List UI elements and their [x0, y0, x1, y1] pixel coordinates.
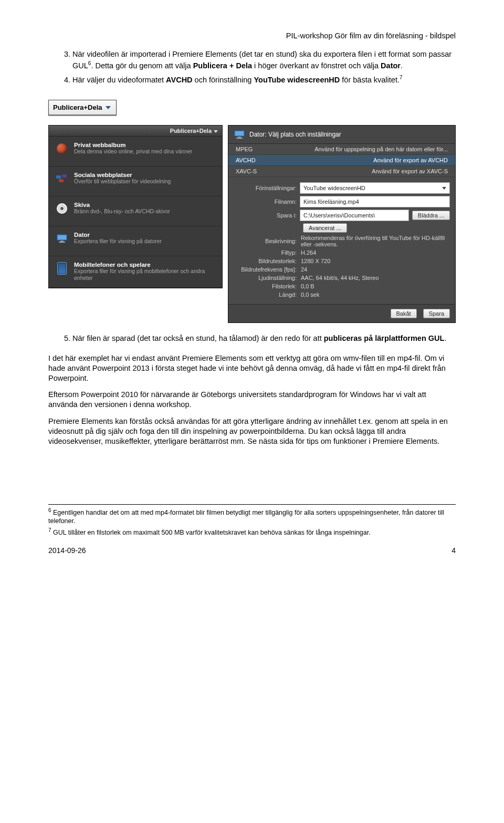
menu-item-subtitle: Bränn dvd-, Blu-ray- och AVCHD-skivor: [74, 208, 170, 215]
step-4-bold2: YouTube widescreenHD: [254, 76, 340, 84]
svg-rect-0: [56, 175, 61, 179]
step-3: När videofilen är importerad i Premiere …: [72, 49, 456, 71]
menu-item-private-web[interactable]: Privat webbalbum Dela denna video online…: [49, 137, 222, 166]
svg-rect-8: [235, 131, 244, 136]
format-name: MPEG: [236, 146, 253, 152]
length-value: 0,0 sek: [300, 291, 450, 298]
svg-rect-1: [62, 174, 67, 178]
framesize-value: 1280 X 720: [300, 258, 450, 264]
step-5: När filen är sparad (det tar också en st…: [72, 334, 456, 344]
back-button[interactable]: Bakåt: [391, 309, 417, 318]
filename-label: Filnamn:: [234, 199, 300, 205]
menu-item-title: Privat webbalbum: [74, 142, 192, 148]
export-panel-header-text: Dator: Välj plats och inställningar: [249, 131, 341, 138]
step-4-text-a: Här väljer du videoformatet: [72, 76, 166, 84]
chevron-down-icon: [106, 106, 111, 109]
publish-share-menu-header-label: Publicera+Dela: [170, 128, 212, 134]
instruction-list: När videofilen är importerad i Premiere …: [48, 49, 456, 85]
filesize-label: Filstorlek:: [234, 283, 300, 289]
framesize-label: Bildrutestorlek:: [234, 258, 300, 264]
footnote-text-7: GUL tillåter en filstorlek om maximalt 5…: [51, 529, 371, 536]
publish-share-tab-screenshot: Publicera+Dela: [48, 100, 117, 116]
browse-button[interactable]: Bläddra ...: [412, 211, 450, 220]
step-5-bold: publiceras på lärplattformen GUL: [324, 334, 445, 342]
menu-item-mobile[interactable]: Mobiltelefoner och spelare Exportera fil…: [49, 256, 222, 287]
step-5-text-a: När filen är sparad (det tar också en st…: [72, 334, 324, 342]
format-row-xavcs[interactable]: XAVC-S Använd för export av XAVC-S: [228, 166, 455, 177]
footnote-7: 7 GUL tillåter en filstorlek om maximalt…: [48, 527, 456, 537]
menu-item-subtitle: Dela denna video online, privat med dina…: [74, 148, 192, 155]
format-desc: Använd för export av AVCHD: [373, 157, 448, 163]
monitor-icon: [234, 130, 245, 139]
advanced-button[interactable]: Avancerat ...: [303, 223, 347, 233]
phone-icon: [57, 262, 67, 275]
savein-input[interactable]: C:\Users\xerisv\Documents\: [300, 210, 409, 221]
save-button[interactable]: Spara: [423, 309, 450, 318]
preset-value: YouTube widescreenHD: [303, 185, 365, 191]
format-list: MPEG Använd för uppspelning på den här d…: [228, 144, 455, 177]
screenshot-row: Publicera+Dela Privat webbalbum Dela den…: [48, 125, 456, 323]
desc-label: Beskrivning:: [234, 238, 300, 244]
footnote-ref-7: 7: [400, 75, 403, 80]
desc-value: Rekommenderas för överföring till YouTub…: [300, 235, 450, 247]
chevron-down-icon: [214, 130, 218, 133]
paragraph-2: Eftersom Powerpoint 2010 för närvarande …: [48, 390, 456, 410]
menu-item-disc[interactable]: Skiva Bränn dvd-, Blu-ray- och AVCHD-ski…: [49, 196, 222, 226]
step-3-bold1: Publicera + Dela: [193, 61, 252, 69]
menu-item-title: Skiva: [74, 202, 170, 208]
menu-item-title: Mobiltelefoner och spelare: [74, 262, 216, 268]
monitor-icon: [56, 234, 68, 243]
export-settings-panel: Dator: Välj plats och inställningar MPEG…: [228, 125, 456, 323]
preset-dropdown[interactable]: YouTube widescreenHD: [300, 182, 450, 194]
publish-share-menu-header[interactable]: Publicera+Dela: [49, 126, 222, 137]
format-desc: Använd för uppspelning på den här datorn…: [314, 146, 448, 152]
footer-page: 4: [452, 546, 456, 555]
step-3-text-d: .: [401, 61, 403, 69]
format-row-mpeg[interactable]: MPEG Använd för uppspelning på den här d…: [228, 144, 455, 155]
audio-label: Ljudinställning:: [234, 275, 300, 281]
framerate-value: 24: [300, 266, 450, 273]
audio-value: AAC, 64 kbit/s, 44 kHz, Stereo: [300, 275, 450, 281]
menu-item-subtitle: Överför till webbplatser för videodelnin…: [74, 178, 171, 185]
format-name: AVCHD: [236, 157, 256, 163]
publish-share-menu: Publicera+Dela Privat webbalbum Dela den…: [48, 125, 223, 288]
filename-input[interactable]: Kims föreläsning.mp4: [300, 196, 450, 207]
format-desc: Använd för export av XAVC-S: [372, 168, 448, 174]
filename-value: Kims föreläsning.mp4: [303, 199, 359, 205]
svg-rect-9: [238, 137, 241, 138]
format-row-avchd[interactable]: AVCHD Använd för export av AVCHD: [228, 155, 455, 166]
svg-rect-6: [59, 242, 65, 243]
step-4-text-c: för bästa kvalitet.: [340, 76, 400, 84]
filetype-value: H.264: [300, 249, 450, 256]
paragraph-3: Premiere Elements kan förstås också anvä…: [48, 416, 456, 446]
export-form: Förinställningar: YouTube widescreenHD F…: [228, 177, 455, 304]
step-4: Här väljer du videoformatet AVCHD och fö…: [72, 74, 456, 85]
length-label: Längd:: [234, 291, 300, 298]
framerate-label: Bildrutefrekvens [fps]:: [234, 266, 300, 273]
menu-item-social[interactable]: Sociala webbplatser Överför till webbpla…: [49, 166, 222, 196]
menu-item-title: Sociala webbplatser: [74, 172, 171, 178]
step-5-text-b: .: [444, 334, 446, 342]
paragraph-1: I det här exemplet har vi endast använt …: [48, 353, 456, 383]
globe-icon: [57, 143, 67, 154]
svg-rect-5: [60, 241, 64, 242]
filesize-value: 0,0 B: [300, 283, 450, 289]
publish-share-tab-label: Publicera+Dela: [53, 103, 102, 111]
export-button-bar: Bakåt Spara: [228, 304, 455, 322]
footer-date: 2014-09-26: [48, 546, 86, 555]
export-panel-header: Dator: Välj plats och inställningar: [228, 126, 455, 144]
step-3-text-b: . Detta gör du genom att välja: [91, 61, 193, 69]
step-3-bold2: Dator: [381, 61, 401, 69]
page-footer: 2014-09-26 4: [48, 546, 456, 555]
social-icon: [56, 174, 68, 183]
menu-item-subtitle: Exportera filer för visning på mobiltele…: [74, 268, 216, 282]
svg-rect-10: [236, 138, 243, 139]
savein-label: Spara i:: [234, 212, 300, 218]
step-3-text-c: i höger överkant av fönstret och välja: [252, 61, 381, 69]
savein-value: C:\Users\xerisv\Documents\: [303, 212, 375, 218]
footnotes: 6 Egentligen handlar det om att med mp4-…: [48, 504, 456, 537]
step-4-text-b: och förinställning: [193, 76, 254, 84]
menu-item-computer[interactable]: Dator Exportera filer för visning på dat…: [49, 226, 222, 256]
publish-share-tab[interactable]: Publicera+Dela: [49, 100, 116, 115]
filetype-label: Filtyp:: [234, 249, 300, 256]
